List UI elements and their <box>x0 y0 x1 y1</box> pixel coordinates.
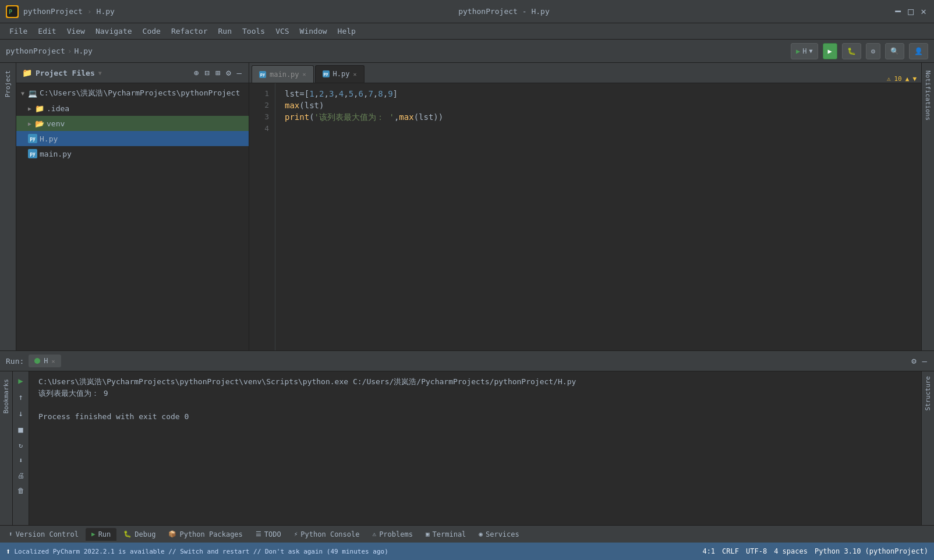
search-button[interactable]: 🔍 <box>885 43 904 59</box>
menu-file[interactable]: File <box>5 25 32 37</box>
venv-label: venv <box>47 119 65 128</box>
console-run-icon[interactable]: ▶ <box>16 374 24 387</box>
bottom-panel-header: Run: H ✕ ⚙ — <box>0 351 934 371</box>
menu-vcs[interactable]: VCS <box>271 25 293 37</box>
tree-item-idea[interactable]: ▶ 📁 .idea <box>16 101 249 116</box>
menu-refactor[interactable]: Refactor <box>167 25 213 37</box>
expand-all-icon[interactable]: ⊞ <box>214 67 221 79</box>
code-line-1: lst=[1,2,3,4,5,6,7,8,9] <box>285 88 912 100</box>
project-header: 📁 Project Files ▼ ⊕ ⊟ ⊞ ⚙ — <box>16 63 249 83</box>
cursor-position[interactable]: 4:1 <box>702 547 715 555</box>
project-settings-icon[interactable]: ⚙ <box>225 67 232 79</box>
root-label: C:\Users\洪岚浩\PycharmProjects\pythonProje… <box>40 88 240 98</box>
root-folder-icon: 💻 <box>28 89 37 98</box>
services-icon: ◉ <box>479 530 483 538</box>
panel-minimize-icon[interactable]: — <box>921 355 928 367</box>
debug-button[interactable]: 🐛 <box>842 43 861 59</box>
bottom-tab-run-label: Run <box>98 530 111 538</box>
svg-text:P: P <box>9 9 12 15</box>
toolbar-right: ▶ H ▼ ▶ 🐛 ⚙ 🔍 👤 <box>791 43 928 59</box>
console-line-exit: Process finished with exit code 0 <box>38 411 912 423</box>
bookmarks-tab[interactable]: Bookmarks <box>1 374 12 419</box>
console-trash-icon[interactable]: 🗑 <box>16 485 26 497</box>
menu-window[interactable]: Window <box>295 25 332 37</box>
tree-item-hpy[interactable]: py H.py <box>16 131 249 146</box>
sidebar-tab-project[interactable]: Project <box>2 66 14 102</box>
menu-view[interactable]: View <box>62 25 90 37</box>
locate-file-icon[interactable]: ⊕ <box>193 67 200 79</box>
run-config-selector[interactable]: ▶ H ▼ <box>791 43 818 59</box>
console-up-icon[interactable]: ↑ <box>16 391 24 403</box>
user-button[interactable]: 👤 <box>909 43 928 59</box>
notification-text[interactable]: Localized PyCharm 2022.2.1 is available … <box>14 548 388 555</box>
bottom-tab-run[interactable]: ▶ Run <box>86 528 116 541</box>
run-button[interactable]: ▶ <box>823 43 837 59</box>
left-sidebar: Project <box>0 63 16 350</box>
app-logo: P <box>6 5 19 18</box>
warning-indicator: ⚠ 10 ▲ ▼ <box>887 75 921 83</box>
tree-item-root[interactable]: ▼ 💻 C:\Users\洪岚浩\PycharmProjects\pythonP… <box>16 86 249 101</box>
panel-settings-icon[interactable]: ⚙ <box>910 355 917 367</box>
maximize-button[interactable]: □ <box>906 7 915 16</box>
bottom-tab-todo[interactable]: ☰ TODO <box>250 528 287 541</box>
bottom-tab-services[interactable]: ◉ Services <box>473 528 525 541</box>
tab-mainpy[interactable]: py main.py ✕ <box>252 65 314 83</box>
interpreter-indicator[interactable]: Python 3.10 (pythonProject) <box>815 547 928 555</box>
project-dropdown-icon[interactable]: ▼ <box>98 70 102 76</box>
bottom-tab-debug[interactable]: 🐛 Debug <box>118 528 161 541</box>
console-down-icon[interactable]: ↓ <box>16 407 24 420</box>
tree-item-venv[interactable]: ▶ 📂 venv <box>16 116 249 131</box>
hpy-tab-close[interactable]: ✕ <box>353 71 357 77</box>
run-tab-h[interactable]: H ✕ <box>29 355 61 367</box>
bottom-tab-problems[interactable]: ⚠ Problems <box>367 528 419 541</box>
terminal-icon: ▣ <box>426 530 430 538</box>
project-close-icon[interactable]: — <box>236 67 243 79</box>
settings-button[interactable]: ⚙ <box>866 43 880 59</box>
project-tree: ▼ 💻 C:\Users\洪岚浩\PycharmProjects\pythonP… <box>16 83 249 350</box>
console-print-icon[interactable]: 🖨 <box>16 470 26 481</box>
bottom-tab-console[interactable]: ⚡ Python Console <box>288 528 366 541</box>
code-editor[interactable]: lst=[1,2,3,4,5,6,7,8,9] max(lst) print('… <box>275 83 921 350</box>
project-panel-title: Project Files <box>36 69 95 77</box>
bottom-tab-vcs[interactable]: ⬆ Version Control <box>3 528 84 541</box>
line-num-2: 2 <box>249 100 269 111</box>
line-num-1: 1 <box>249 88 269 100</box>
bottom-tab-terminal[interactable]: ▣ Terminal <box>420 528 472 541</box>
menu-run[interactable]: Run <box>214 25 236 37</box>
status-bar: ⬆ Localized PyCharm 2022.2.1 is availabl… <box>0 543 934 560</box>
bottom-tab-problems-label: Problems <box>379 530 413 538</box>
minimize-button[interactable]: ━ <box>893 7 903 16</box>
structure-tab[interactable]: Structure <box>922 371 933 416</box>
collapse-all-icon[interactable]: ⊟ <box>203 67 210 79</box>
git-icon: ⬆ <box>6 547 10 556</box>
venv-chevron: ▶ <box>28 120 31 127</box>
run-tab-label: H <box>44 357 48 365</box>
menu-edit[interactable]: Edit <box>33 25 61 37</box>
venv-folder-icon: 📂 <box>35 119 44 128</box>
tab-hpy[interactable]: py H.py ✕ <box>315 65 365 83</box>
console-stop-icon[interactable]: ■ <box>16 423 24 436</box>
packages-icon: 📦 <box>168 530 176 538</box>
run-tab-close[interactable]: ✕ <box>52 358 55 364</box>
encoding-indicator[interactable]: UTF-8 <box>746 547 767 555</box>
notifications-tab[interactable]: Notifications <box>922 66 933 125</box>
console-dump-icon[interactable]: ⬇ <box>17 455 24 466</box>
tree-item-mainpy[interactable]: py main.py <box>16 146 249 161</box>
bottom-tabs-bar: ⬆ Version Control ▶ Run 🐛 Debug 📦 Python… <box>0 525 934 543</box>
hpy-label: H.py <box>40 134 58 143</box>
bottom-tab-console-label: Python Console <box>300 530 359 538</box>
bottom-tab-services-label: Services <box>486 530 519 538</box>
line-numbers: 1 2 3 4 <box>249 83 275 350</box>
line-separator[interactable]: CRLF <box>722 547 739 555</box>
console-rerun-icon[interactable]: ↻ <box>17 440 24 451</box>
mainpy-tab-icon: py <box>259 71 266 78</box>
menu-code[interactable]: Code <box>138 25 165 37</box>
bottom-tab-packages[interactable]: 📦 Python Packages <box>162 528 248 541</box>
menu-tools[interactable]: Tools <box>238 25 270 37</box>
indent-indicator[interactable]: 4 spaces <box>774 547 808 555</box>
idea-folder-icon: 📁 <box>35 104 44 113</box>
menu-navigate[interactable]: Navigate <box>91 25 137 37</box>
mainpy-tab-close[interactable]: ✕ <box>303 71 306 77</box>
menu-help[interactable]: Help <box>333 25 360 37</box>
close-button[interactable]: ✕ <box>919 7 928 16</box>
